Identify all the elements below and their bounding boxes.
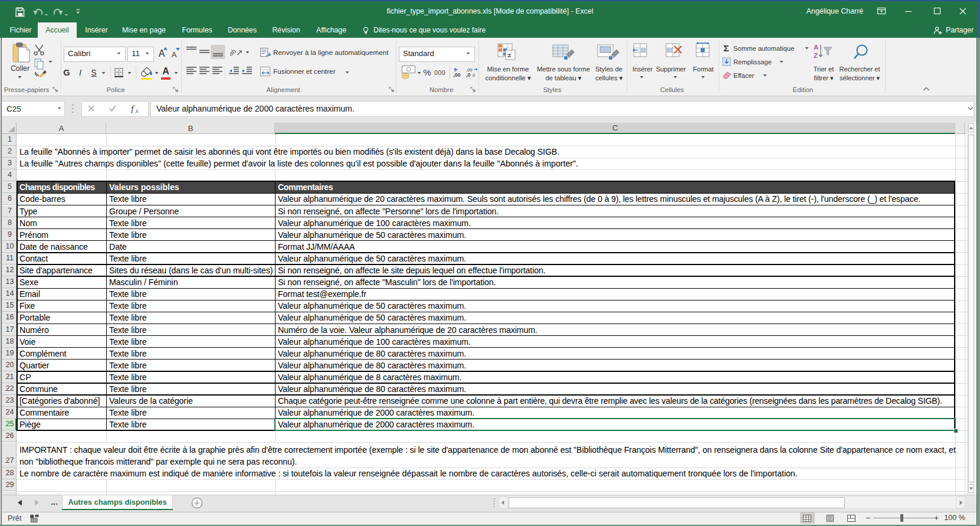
svg-text:A: A — [814, 44, 818, 51]
svg-text:≠: ≠ — [507, 51, 512, 60]
svg-text:f: f — [131, 104, 135, 113]
svg-text:Z: Z — [814, 52, 818, 59]
svg-text:,0: ,0 — [466, 72, 471, 78]
svg-text:,00: ,00 — [453, 72, 461, 78]
svg-text:ab: ab — [230, 47, 237, 57]
svg-text:x: x — [135, 107, 139, 113]
